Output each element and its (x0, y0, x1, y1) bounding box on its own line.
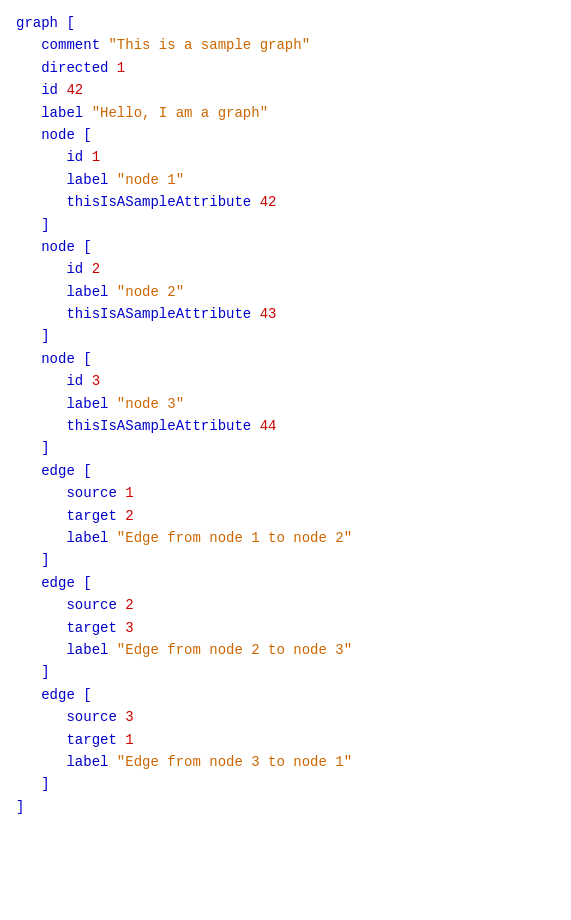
code-line: ] (16, 325, 555, 347)
code-line: node [ (16, 124, 555, 146)
code-token (108, 281, 116, 303)
code-token (16, 102, 41, 124)
code-token: [ (75, 684, 92, 706)
code-token: 1 (125, 729, 133, 751)
code-token: label (66, 393, 108, 415)
code-token (16, 325, 41, 347)
code-line: source 1 (16, 482, 555, 504)
code-token: ] (41, 773, 49, 795)
code-token: 42 (260, 191, 277, 213)
code-token: ] (41, 661, 49, 683)
code-token: "node 3" (117, 393, 184, 415)
code-token: thisIsASampleAttribute (66, 303, 251, 325)
code-token (117, 505, 125, 527)
code-token: ] (16, 796, 24, 818)
code-line: thisIsASampleAttribute 43 (16, 303, 555, 325)
code-token (108, 393, 116, 415)
code-token (16, 281, 66, 303)
code-token (251, 191, 259, 213)
code-token: "node 1" (117, 169, 184, 191)
code-token: id (41, 79, 58, 101)
code-token: source (66, 594, 116, 616)
code-line: node [ (16, 236, 555, 258)
code-line: label "Edge from node 3 to node 1" (16, 751, 555, 773)
code-token: 3 (125, 706, 133, 728)
code-token: label (66, 639, 108, 661)
code-line: label "Hello, I am a graph" (16, 102, 555, 124)
code-token: "Edge from node 3 to node 1" (117, 751, 352, 773)
code-line: edge [ (16, 572, 555, 594)
code-token: ] (41, 549, 49, 571)
code-token: node (41, 236, 75, 258)
code-token: directed (41, 57, 108, 79)
code-token: thisIsASampleAttribute (66, 415, 251, 437)
code-token (16, 661, 41, 683)
code-token: [ (58, 12, 75, 34)
code-token: edge (41, 684, 75, 706)
code-token (83, 146, 91, 168)
code-line: id 1 (16, 146, 555, 168)
code-token: 2 (125, 505, 133, 527)
code-token (16, 505, 66, 527)
code-token: 1 (117, 57, 125, 79)
code-line: comment "This is a sample graph" (16, 34, 555, 56)
code-line: target 2 (16, 505, 555, 527)
code-token (16, 572, 41, 594)
code-token: "This is a sample graph" (108, 34, 310, 56)
code-token (117, 706, 125, 728)
code-token: label (66, 281, 108, 303)
code-token: id (66, 146, 83, 168)
code-token: node (41, 348, 75, 370)
code-line: ] (16, 796, 555, 818)
code-line: ] (16, 773, 555, 795)
code-token (251, 415, 259, 437)
code-line: id 42 (16, 79, 555, 101)
code-token (83, 102, 91, 124)
code-line: target 1 (16, 729, 555, 751)
code-token (117, 482, 125, 504)
code-token (16, 684, 41, 706)
code-token: source (66, 706, 116, 728)
code-token: edge (41, 460, 75, 482)
code-token: graph (16, 12, 58, 34)
code-token: 1 (125, 482, 133, 504)
code-line: label "node 2" (16, 281, 555, 303)
code-token: 43 (260, 303, 277, 325)
code-line: source 3 (16, 706, 555, 728)
code-line: ] (16, 661, 555, 683)
code-token (16, 303, 66, 325)
code-container: graph [ comment "This is a sample graph"… (0, 0, 571, 920)
code-token (16, 236, 41, 258)
code-token (16, 437, 41, 459)
code-token (16, 370, 66, 392)
code-token: 3 (92, 370, 100, 392)
code-token (16, 706, 66, 728)
code-token: [ (75, 236, 92, 258)
code-line: label "Edge from node 2 to node 3" (16, 639, 555, 661)
code-token: 42 (66, 79, 83, 101)
code-token (16, 348, 41, 370)
code-token: comment (41, 34, 100, 56)
code-token: id (66, 370, 83, 392)
code-token (16, 549, 41, 571)
code-token: label (66, 751, 108, 773)
code-token (16, 482, 66, 504)
code-token: source (66, 482, 116, 504)
code-token: ] (41, 325, 49, 347)
code-token (16, 79, 41, 101)
code-token: target (66, 617, 116, 639)
code-token: target (66, 729, 116, 751)
code-token: id (66, 258, 83, 280)
code-token: "Hello, I am a graph" (92, 102, 268, 124)
code-line: edge [ (16, 684, 555, 706)
code-token (251, 303, 259, 325)
code-token (83, 370, 91, 392)
code-line: label "node 1" (16, 169, 555, 191)
code-line: directed 1 (16, 57, 555, 79)
code-token (16, 214, 41, 236)
code-token: 1 (92, 146, 100, 168)
code-token (16, 594, 66, 616)
code-token (16, 169, 66, 191)
code-token (16, 773, 41, 795)
code-token: 2 (92, 258, 100, 280)
